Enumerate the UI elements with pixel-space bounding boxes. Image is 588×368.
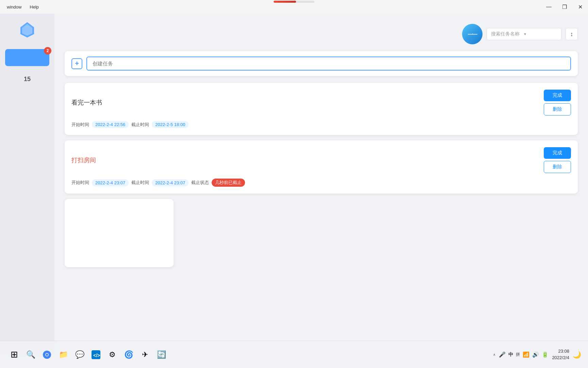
sidebar-logo-area: [19, 20, 36, 39]
sort-icon: ↕: [570, 31, 573, 38]
titlebar: window Help — ❐ ✕: [0, 0, 588, 14]
task-card-1-header: 看完一本书 完成 删除: [71, 90, 571, 116]
top-progress-bar: [274, 1, 314, 3]
menu-window[interactable]: window: [3, 3, 25, 11]
user-avatar[interactable]: —·—: [462, 24, 483, 44]
minimize-button[interactable]: —: [541, 0, 557, 14]
taskbar-left: ⊞ 🔍 📁 💬 </> ⚙ 🌀 ✈ 🔄: [7, 347, 169, 362]
svg-point-4: [46, 353, 48, 356]
app1-icon[interactable]: 🌀: [121, 347, 136, 362]
plus-icon: +: [75, 60, 79, 67]
input-method-pin[interactable]: 拼: [516, 352, 520, 357]
close-button[interactable]: ✕: [572, 0, 588, 14]
task-card-2: 打扫房间 完成 删除 开始时间 2022-2-4 23:07 截止时间 2022…: [65, 140, 578, 194]
volume-icon[interactable]: 🔊: [532, 351, 539, 358]
notification-icon[interactable]: 🌙: [573, 351, 581, 359]
settings-icon[interactable]: ⚙: [105, 347, 120, 362]
search-dropdown[interactable]: 搜索任务名称 ▾: [487, 28, 561, 40]
task-meta-1: 开始时间 2022-2-4 22:56 截止时间 2022-2-5 18:00: [71, 121, 571, 128]
wifi-icon[interactable]: 📶: [523, 351, 529, 358]
taskbar: ⊞ 🔍 📁 💬 </> ⚙ 🌀 ✈ 🔄: [0, 341, 588, 368]
sys-icons: 🎤 中 拼 📶 🔊 🔋: [499, 351, 549, 358]
input-method-zh[interactable]: 中: [508, 352, 513, 358]
delete-button-1[interactable]: 删除: [544, 103, 571, 116]
main-content: —·— 搜索任务名称 ▾ ↕ + 看完一本书 完成 删除 开始时间 2022-2…: [54, 14, 588, 341]
task-meta-2: 开始时间 2022-2-4 23:07 截止时间 2022-2-4 23:07 …: [71, 179, 571, 187]
start-time-1: 2022-2-4 22:56: [92, 121, 129, 128]
task-actions-1: 完成 删除: [544, 90, 571, 116]
create-task-input[interactable]: [86, 57, 571, 71]
sidebar: 2 15: [0, 14, 54, 354]
start-time-2: 2022-2-4 23:07: [92, 179, 129, 186]
wechat-icon[interactable]: 💬: [72, 347, 87, 362]
file-explorer-icon[interactable]: 📁: [56, 347, 71, 362]
sort-button[interactable]: ↕: [566, 28, 578, 40]
search-placeholder-text: 搜索任务名称: [491, 31, 524, 37]
search-taskbar-button[interactable]: 🔍: [23, 347, 38, 362]
sidebar-badge-item[interactable]: 2: [5, 49, 49, 66]
restore-button[interactable]: ❐: [557, 0, 572, 14]
badge-count: 2: [44, 47, 51, 55]
clock-date: 2022/2/4: [552, 355, 569, 361]
app3-icon[interactable]: 🔄: [154, 347, 169, 362]
app-logo-icon: [19, 20, 36, 37]
end-time-2: 2022-2-4 23:07: [152, 179, 189, 186]
delete-button-2[interactable]: 删除: [544, 161, 571, 173]
clock-time: 23:08: [552, 348, 569, 354]
end-label-2: 截止时间: [131, 180, 149, 186]
menu-help[interactable]: Help: [26, 3, 42, 11]
chrome-taskbar-icon: [43, 350, 51, 359]
taskbar-clock[interactable]: 23:08 2022/2/4: [552, 348, 569, 361]
start-label-2: 开始时间: [71, 180, 89, 186]
battery-icon[interactable]: 🔋: [542, 351, 549, 358]
taskbar-right: ∧ 🎤 中 拼 📶 🔊 🔋 23:08 2022/2/4 🌙: [493, 348, 581, 361]
chrome-icon[interactable]: [39, 347, 54, 362]
app2-icon[interactable]: ✈: [137, 347, 152, 362]
task-title-2: 打扫房间: [71, 156, 96, 164]
task-actions-2: 完成 删除: [544, 147, 571, 173]
task-card-2-header: 打扫房间 完成 删除: [71, 147, 571, 173]
titlebar-menu: window Help: [0, 0, 42, 14]
vscode-icon[interactable]: </>: [88, 347, 103, 362]
end-label-1: 截止时间: [131, 122, 149, 128]
task-title-1: 看完一本书: [71, 98, 102, 107]
task-card-1: 看完一本书 完成 删除 开始时间 2022-2-4 22:56 截止时间 202…: [65, 83, 578, 135]
titlebar-controls: — ❐ ✕: [541, 0, 588, 14]
avatar-icon: —·—: [468, 31, 477, 37]
add-task-button[interactable]: +: [71, 58, 82, 69]
sidebar-number-15: 15: [24, 76, 31, 83]
status-tag-2: 几秒前已截止: [212, 179, 245, 187]
header-row: —·— 搜索任务名称 ▾ ↕: [65, 24, 578, 44]
bottom-white-card: [65, 199, 174, 267]
create-task-bar: +: [65, 51, 578, 76]
vscode-taskbar-icon: </>: [92, 350, 100, 359]
mic-icon[interactable]: 🎤: [499, 351, 506, 358]
progress-fill: [274, 1, 296, 3]
start-button[interactable]: ⊞: [7, 347, 22, 362]
end-time-1: 2022-2-5 18:00: [152, 121, 189, 128]
complete-button-1[interactable]: 完成: [544, 90, 571, 101]
svg-text:</>: </>: [93, 353, 100, 358]
chevron-down-icon: ▾: [524, 32, 557, 36]
start-label-1: 开始时间: [71, 122, 89, 128]
status-label-2: 截止状态: [191, 180, 209, 186]
complete-button-2[interactable]: 完成: [544, 147, 571, 159]
expand-icon[interactable]: ∧: [493, 353, 495, 356]
